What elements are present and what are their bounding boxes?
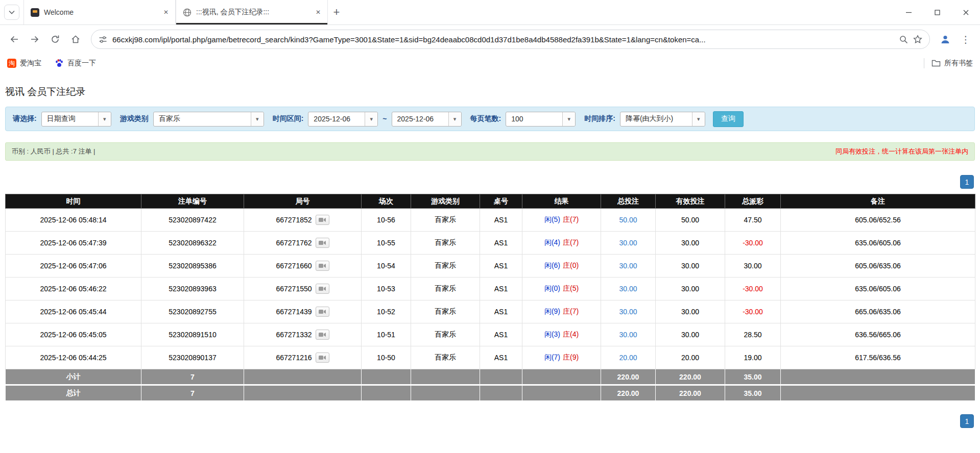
banker-result: 庄(7): [563, 238, 579, 246]
video-replay-button[interactable]: [316, 330, 329, 340]
cell-result: 闲(7)庄(9): [522, 346, 601, 369]
zoom-icon[interactable]: [899, 35, 908, 44]
date-from-select[interactable]: 2025-12-06 ▾: [308, 112, 378, 127]
tab-close-icon[interactable]: ✕: [313, 7, 323, 17]
game-type-value: 百家乐: [154, 112, 251, 126]
cell-payout: -30.00: [725, 278, 781, 300]
round-number: 667271660: [276, 262, 312, 270]
total-row: 总计 7 220.00 220.00 35.00: [6, 385, 975, 401]
video-replay-button[interactable]: [316, 353, 329, 363]
cell-note: 617.56/636.56: [781, 346, 975, 369]
total-bet-link[interactable]: 20.00: [619, 354, 637, 362]
maximize-button[interactable]: [923, 0, 951, 24]
query-button[interactable]: 查询: [713, 111, 744, 127]
video-replay-button[interactable]: [316, 238, 329, 248]
tab-welcome[interactable]: Welcome ✕: [23, 0, 176, 24]
table-row: 2025-12-06 05:47:39 523020896322 6672717…: [6, 232, 975, 255]
cell-note: 635.06/605.06: [781, 232, 975, 255]
pagination-page-button[interactable]: 1: [960, 175, 974, 189]
cell-payout: -30.00: [725, 232, 781, 255]
bookmark-star-icon[interactable]: [913, 35, 922, 44]
forward-button[interactable]: [26, 30, 44, 48]
total-bet-link[interactable]: 30.00: [619, 308, 637, 316]
total-bet-link[interactable]: 30.00: [619, 262, 637, 270]
cell-valid-bet: 30.00: [656, 255, 725, 278]
date-range-separator: ~: [383, 115, 387, 123]
header-valid-bet: 有效投注: [656, 194, 725, 209]
table-row: 2025-12-06 05:48:14 523020897422 6672718…: [6, 209, 975, 232]
time-sort-select[interactable]: 降幂(由大到小) ▾: [620, 112, 705, 127]
cell-table-no: AS1: [480, 346, 522, 369]
pagination-page-button[interactable]: 1: [960, 414, 974, 428]
cell-payout: 30.00: [725, 255, 781, 278]
game-type-select[interactable]: 百家乐 ▾: [153, 112, 264, 127]
total-bet-link[interactable]: 50.00: [619, 216, 637, 224]
cell-time: 2025-12-06 05:47:39: [6, 232, 141, 255]
cell-total-bet: 30.00: [601, 255, 656, 278]
bookmark-baidu[interactable]: 百度一下: [55, 59, 96, 68]
player-result: 闲(0): [544, 284, 560, 292]
tab-betrecord[interactable]: :::视讯, 会员下注纪录::: ✕: [176, 0, 328, 24]
cell-session: 10-51: [362, 323, 411, 346]
header-result: 结果: [522, 194, 601, 209]
banker-result: 庄(7): [563, 215, 579, 223]
video-replay-button[interactable]: [316, 215, 329, 225]
address-bar[interactable]: 66cxkj98.com/ipl/portal.php/game/betreco…: [91, 30, 930, 49]
all-bookmarks-button[interactable]: 所有书签: [931, 59, 973, 68]
subtotal-row: 小计 7 220.00 220.00 35.00: [6, 369, 975, 385]
site-settings-icon[interactable]: [99, 35, 107, 44]
date-range-label: 时间区间:: [273, 114, 304, 123]
header-time: 时间: [6, 194, 141, 209]
tab-search-button[interactable]: [4, 5, 19, 20]
video-replay-button[interactable]: [316, 261, 329, 271]
cell-bet-id: 523020892755: [141, 300, 244, 323]
date-to-select[interactable]: 2025-12-06 ▾: [392, 112, 462, 127]
video-replay-button[interactable]: [316, 284, 329, 294]
cell-round-id: 667271550: [244, 278, 362, 300]
cell-bet-id: 523020895386: [141, 255, 244, 278]
cell-note: 665.06/635.06: [781, 300, 975, 323]
cell-result: 闲(3)庄(4): [522, 323, 601, 346]
welcome-favicon-icon: [30, 8, 39, 17]
total-bet-link[interactable]: 30.00: [619, 239, 637, 247]
home-button[interactable]: [66, 30, 85, 48]
cell-table-no: AS1: [480, 278, 522, 300]
total-valid-bet: 220.00: [656, 385, 725, 401]
cell-time: 2025-12-06 05:46:22: [6, 278, 141, 300]
bookmark-label: 百度一下: [67, 59, 96, 68]
cell-round-id: 667271216: [244, 346, 362, 369]
minimize-button[interactable]: [894, 0, 923, 24]
filter-bar: 请选择: 日期查询 ▾ 游戏类别 百家乐 ▾ 时间区间: 2025-12-06 …: [5, 107, 975, 131]
total-bet-link[interactable]: 30.00: [619, 285, 637, 293]
close-window-button[interactable]: [951, 0, 980, 24]
video-replay-button[interactable]: [316, 307, 329, 317]
cell-total-bet: 30.00: [601, 232, 656, 255]
per-page-select[interactable]: 100 ▾: [506, 112, 576, 127]
table-row: 2025-12-06 05:45:05 523020891510 6672713…: [6, 323, 975, 346]
cell-bet-id: 523020891510: [141, 323, 244, 346]
cell-time: 2025-12-06 05:47:06: [6, 255, 141, 278]
taobao-icon: 淘: [7, 59, 16, 68]
query-type-select[interactable]: 日期查询 ▾: [41, 112, 111, 127]
chevron-down-icon: ▾: [562, 112, 575, 126]
camera-icon: [319, 355, 326, 360]
pagination-bottom: 1: [6, 414, 974, 428]
bookmark-aitaobao[interactable]: 淘 爱淘宝: [7, 59, 41, 68]
total-total-bet: 220.00: [601, 385, 656, 401]
menu-button[interactable]: ⋮: [957, 30, 975, 48]
cell-bet-id: 523020893963: [141, 278, 244, 300]
reload-button[interactable]: [46, 30, 64, 48]
new-tab-button[interactable]: +: [328, 4, 345, 21]
page-content: 视讯 会员下注纪录 请选择: 日期查询 ▾ 游戏类别 百家乐 ▾ 时间区间: 2…: [0, 73, 980, 428]
header-bet-id: 注单编号: [141, 194, 244, 209]
url-text: 66cxkj98.com/ipl/portal.php/game/betreco…: [112, 35, 894, 44]
cell-game-type: 百家乐: [411, 346, 480, 369]
total-bet-link[interactable]: 30.00: [619, 331, 637, 339]
home-icon: [71, 35, 80, 44]
back-button[interactable]: [5, 30, 23, 48]
cell-time: 2025-12-06 05:45:44: [6, 300, 141, 323]
tab-close-icon[interactable]: ✕: [161, 7, 171, 17]
profile-button[interactable]: [936, 30, 954, 48]
cell-bet-id: 523020897422: [141, 209, 244, 232]
cell-total-bet: 50.00: [601, 209, 656, 232]
